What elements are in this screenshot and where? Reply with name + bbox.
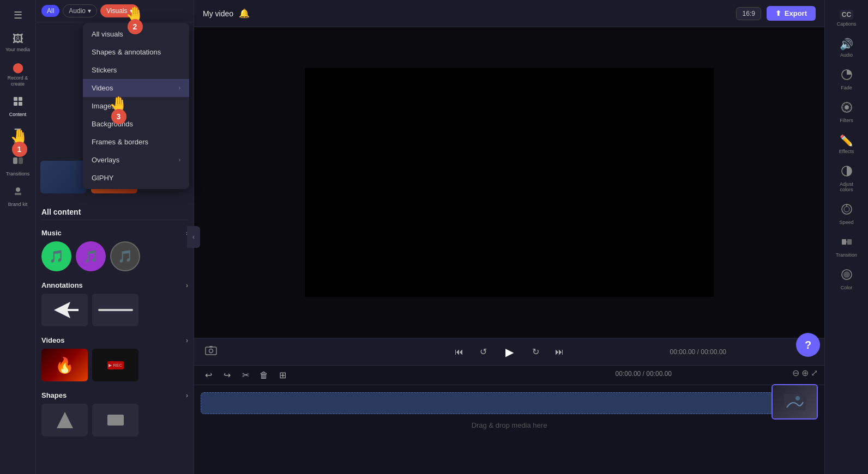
annotation-arrow-thumb[interactable] (41, 294, 88, 326)
dropdown-item-shapes[interactable]: Shapes & annotations (83, 43, 189, 61)
audio-filter-button[interactable]: Audio ▾ (63, 4, 97, 17)
captions-icon: CC (840, 10, 853, 20)
rs-adjust-colors[interactable]: Adjustcolors (825, 161, 868, 197)
videos-expand-icon: › (186, 337, 188, 344)
svg-rect-3 (19, 102, 22, 106)
timeline-tracks: Drag & drop media here (194, 385, 824, 472)
rewind-button[interactable]: ↺ (475, 344, 491, 360)
svg-rect-11 (107, 415, 124, 426)
icon-sidebar: ☰ 🖼 Your media ⬤ Record &create Content … (0, 0, 36, 474)
rs-audio[interactable]: 🔊 Audio (825, 33, 868, 62)
music-icon-3[interactable]: 🎵 (110, 241, 140, 271)
zoom-in-button[interactable]: ⊕ (801, 368, 809, 378)
videos-section-header[interactable]: Videos › (41, 332, 188, 349)
timeline-clip[interactable] (201, 392, 774, 414)
screenshot-button[interactable] (205, 345, 217, 358)
shapes-expand-icon: › (186, 392, 188, 399)
main-area: My video 🔔 16:9 ⬆ Export ⏮ ↺ ▶ ↻ ⏭ 00:00… (194, 0, 824, 474)
delete-button[interactable]: 🗑 (256, 368, 272, 383)
dropdown-item-frames[interactable]: Frames & borders (83, 133, 189, 151)
sidebar-item-text[interactable]: T Text (0, 122, 35, 150)
dropdown-item-giphy[interactable]: GIPHY (83, 169, 189, 187)
dropdown-item-all-visuals[interactable]: All visuals (83, 25, 189, 43)
svg-rect-5 (19, 157, 23, 164)
zoom-out-button[interactable]: ⊖ (792, 368, 799, 378)
export-button[interactable]: ⬆ Export (767, 6, 816, 21)
play-button[interactable]: ▶ (499, 342, 519, 362)
all-content-section: All content Music › 🎵 🎵 🎵 Annotations › (36, 198, 194, 474)
rs-effects[interactable]: ✏️ Effects (825, 130, 868, 159)
svg-rect-25 (842, 239, 846, 245)
clip-thumbnail-dragging[interactable] (771, 384, 818, 420)
skip-forward-button[interactable]: ⏭ (552, 344, 567, 360)
shape-thumb-2[interactable] (92, 404, 138, 436)
dropdown-item-videos[interactable]: Videos › (83, 79, 189, 97)
music-icon-1[interactable]: 🎵 (41, 241, 71, 271)
record-icon: ⬤ (13, 62, 23, 74)
dropdown-item-stickers[interactable]: Stickers (83, 61, 189, 79)
save-clip-button[interactable]: ⊞ (275, 368, 290, 383)
help-button[interactable]: ? (796, 333, 820, 357)
forward-button[interactable]: ↻ (528, 344, 543, 360)
hamburger-menu-icon[interactable]: ☰ (7, 4, 29, 26)
visuals-dropdown-menu: All visuals Shapes & annotations Sticker… (83, 23, 189, 189)
visuals-filter-button[interactable]: Visuals ▾ (100, 4, 138, 17)
export-icon: ⬆ (775, 9, 781, 17)
svg-rect-0 (14, 97, 17, 101)
redo-button[interactable]: ↪ (219, 368, 234, 383)
video-preview-area (194, 27, 824, 338)
svg-rect-2 (14, 102, 17, 106)
annotations-expand-icon: › (186, 282, 188, 289)
sidebar-item-record-create[interactable]: ⬤ Record &create (0, 57, 35, 92)
svg-rect-7 (15, 193, 21, 195)
svg-marker-10 (57, 412, 73, 428)
music-section-header[interactable]: Music › (41, 224, 188, 241)
speed-icon (841, 203, 853, 218)
sidebar-item-content[interactable]: Content (0, 91, 35, 122)
annotations-section-header[interactable]: Annotations › (41, 277, 188, 294)
skip-back-button[interactable]: ⏮ (451, 344, 467, 360)
dropdown-item-backgrounds[interactable]: Backgrounds (83, 115, 189, 133)
annotations-grid (41, 294, 188, 326)
text-tool-icon: T (14, 126, 21, 139)
filter-bar: All Audio ▾ Visuals ▾ (36, 0, 194, 22)
rs-fade[interactable]: Fade (825, 64, 868, 95)
sidebar-item-brand-kit[interactable]: Brand kit (0, 181, 35, 211)
svg-marker-8 (54, 302, 79, 318)
collapse-panel-button[interactable]: ‹ (187, 226, 200, 248)
track-row-main (201, 390, 818, 417)
thumb-1[interactable] (40, 161, 87, 193)
rs-filters[interactable]: Filters (825, 97, 868, 127)
svg-rect-26 (847, 239, 852, 245)
svg-rect-12 (206, 347, 216, 355)
annotation-line-thumb[interactable] (92, 294, 138, 326)
color-icon (841, 269, 853, 283)
video-canvas (305, 68, 714, 297)
shape-thumb-1[interactable] (41, 404, 88, 436)
dropdown-item-overlays[interactable]: Overlays › (83, 151, 189, 169)
sidebar-item-your-media[interactable]: 🖼 Your media (0, 28, 35, 57)
music-icon-2[interactable]: 🎵 (76, 241, 106, 271)
video-thumb-fire[interactable]: 🔥 (41, 349, 88, 381)
undo-button[interactable]: ↩ (201, 368, 216, 383)
rs-speed[interactable]: Speed (825, 199, 868, 229)
rs-color[interactable]: Color (825, 264, 868, 295)
aspect-ratio-button[interactable]: 16:9 (736, 7, 761, 20)
svg-point-19 (845, 105, 849, 110)
transitions-icon (12, 155, 24, 169)
all-filter-button[interactable]: All (41, 5, 59, 17)
content-panel: All Audio ▾ Visuals ▾ All visuals Shapes… (36, 0, 194, 474)
shapes-section-header[interactable]: Shapes › (41, 387, 188, 404)
video-thumb-dark[interactable]: ▶ REC (92, 349, 138, 381)
chevron-right-icon-2: › (179, 157, 180, 163)
transition-icon (841, 236, 853, 251)
effects-icon: ✏️ (840, 134, 853, 147)
brand-kit-icon (12, 185, 24, 200)
dropdown-item-images[interactable]: Images (83, 97, 189, 115)
rs-transition[interactable]: Transition (825, 232, 868, 262)
cut-button[interactable]: ✂ (238, 368, 253, 383)
fit-button[interactable]: ⤢ (811, 368, 818, 378)
videos-grid: 🔥 ▶ REC (41, 349, 188, 381)
sidebar-item-transitions[interactable]: Transitions (0, 150, 35, 181)
rs-captions[interactable]: CC Captions (825, 5, 868, 31)
